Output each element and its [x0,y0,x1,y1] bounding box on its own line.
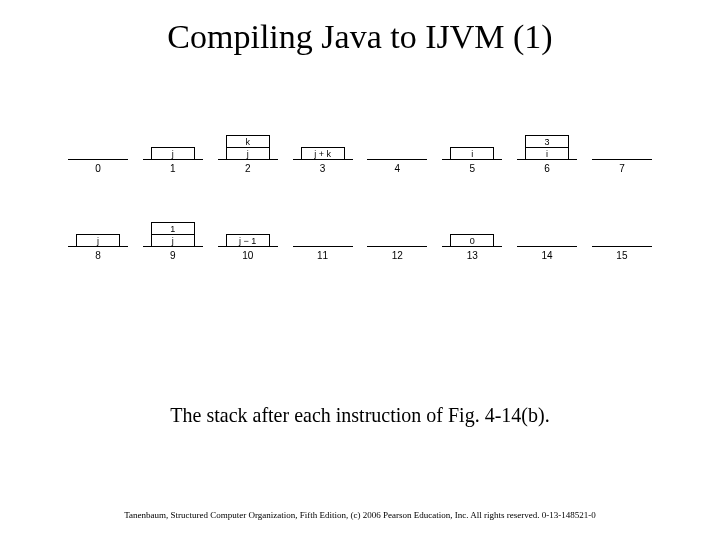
stack-index-label: 4 [395,163,401,174]
stack: i [450,147,494,159]
stack-index-label: 7 [619,163,625,174]
stack-row: 0j1kj2j + k34i53i67 [68,135,652,174]
stack-column: i5 [442,147,502,174]
stack-baseline [592,246,652,247]
stack-index-label: 14 [542,250,553,261]
stack-cell: j − 1 [226,234,270,246]
stack: j + k [301,147,345,159]
stack-baseline [218,246,278,247]
stack-cell: 1 [151,222,195,234]
stack-index-label: 10 [242,250,253,261]
stack-baseline [517,246,577,247]
copyright-footer: Tanenbaum, Structured Computer Organizat… [0,510,720,520]
stack-index-label: 6 [544,163,550,174]
stack-index-label: 8 [95,250,101,261]
stack-baseline [367,246,427,247]
stack-index-label: 2 [245,163,251,174]
stack-index-label: 5 [469,163,475,174]
stack-cell: j [151,234,195,246]
stack-baseline [68,246,128,247]
stack-cell: j [226,147,270,159]
stack-cell: k [226,135,270,147]
stack: 1j [151,222,195,246]
stack-baseline [293,159,353,160]
stack: 3i [525,135,569,159]
stack-row: j81j9j − 11011120131415 [68,222,652,261]
stack-baseline [592,159,652,160]
stack-index-label: 15 [616,250,627,261]
stack-column: j + k3 [293,147,353,174]
stack-index-label: 11 [317,250,328,261]
stack-column: 15 [592,246,652,261]
stack-index-label: 13 [467,250,478,261]
stack-column: 3i6 [517,135,577,174]
stack-column: 11 [293,246,353,261]
stack-cell: j [76,234,120,246]
stack-column: 013 [442,234,502,261]
stack-index-label: 9 [170,250,176,261]
stack-column: 0 [68,159,128,174]
stack-baseline [442,159,502,160]
stack-cell: 0 [450,234,494,246]
stack-column: 4 [367,159,427,174]
figure-caption: The stack after each instruction of Fig.… [0,404,720,427]
stack-cell: 3 [525,135,569,147]
stack: 0 [450,234,494,246]
stack-baseline [143,246,203,247]
stack-baseline [293,246,353,247]
stack-column: 1j9 [143,222,203,261]
stack-index-label: 12 [392,250,403,261]
stack-column: 12 [367,246,427,261]
slide: Compiling Java to IJVM (1) 0j1kj2j + k34… [0,0,720,540]
stack-index-label: 3 [320,163,326,174]
stack-cell: j [151,147,195,159]
stack-baseline [517,159,577,160]
stack-column: j8 [68,234,128,261]
stack-column: j − 110 [218,234,278,261]
stack-index-label: 0 [95,163,101,174]
stack: j [76,234,120,246]
stack-baseline [218,159,278,160]
stack-cell: j + k [301,147,345,159]
stack: j [151,147,195,159]
stack-column: 7 [592,159,652,174]
stack-index-label: 1 [170,163,176,174]
stack-diagram: 0j1kj2j + k34i53i67j81j9j − 110111201314… [68,135,652,261]
stack-cell: i [450,147,494,159]
stack: kj [226,135,270,159]
stack-baseline [68,159,128,160]
stack: j − 1 [226,234,270,246]
stack-baseline [143,159,203,160]
stack-column: j1 [143,147,203,174]
stack-cell: i [525,147,569,159]
stack-baseline [367,159,427,160]
stack-column: 14 [517,246,577,261]
page-title: Compiling Java to IJVM (1) [0,18,720,56]
stack-baseline [442,246,502,247]
stack-column: kj2 [218,135,278,174]
